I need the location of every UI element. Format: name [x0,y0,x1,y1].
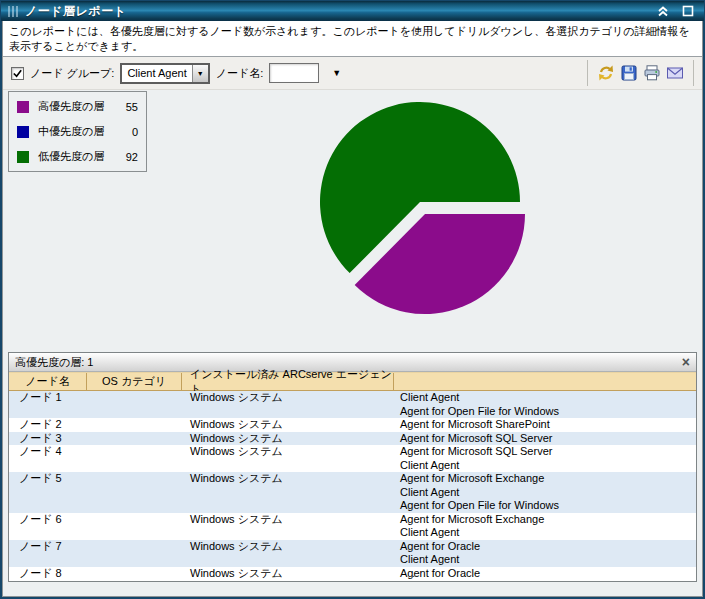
node-name-label: ノード名: [216,66,264,81]
legend-item[interactable]: 低優先度の層92 [17,149,138,164]
report-actions-group [587,60,694,86]
column-header-agents[interactable]: インストール済み ARCserve エージェント [182,373,394,390]
grip-icon [8,6,18,17]
legend-value: 92 [120,151,138,163]
agents-cell: Agent for Microsoft SQL Server Client Ag… [394,445,696,472]
legend-label: 中優先度の層 [38,124,111,139]
table-row[interactable]: ノード 8Windows システムAgent for Oracle [9,567,696,581]
truncation-dots: .. [412,567,418,579]
os-category-cell [87,513,182,540]
table-row[interactable]: ノード 7Windows システムAgent for Oracle Client… [9,540,696,567]
node-name-cell: ノード 1 [9,391,87,418]
table-row[interactable]: ノード 6Windows システムAgent for Microsoft Exc… [9,513,696,540]
report-description: このレポートには、各優先度層に対するノード数が示されます。このレポートを使用して… [3,21,702,57]
table-row[interactable]: ノード 5Windows システムAgent for Microsoft Exc… [9,472,696,513]
node-group-label: ノード グループ: [30,66,114,81]
legend-label: 高優先度の層 [38,99,111,114]
maximize-icon [682,5,694,17]
os-category-cell [87,432,182,446]
node-name-cell: ノード 7 [9,540,87,567]
table-row[interactable]: ノード 4Windows システムAgent for Microsoft SQL… [9,445,696,472]
os-category-cell [87,418,182,432]
legend-value: 55 [120,101,138,113]
node-name-cell: ノード 2 [9,418,87,432]
print-button[interactable] [642,63,662,83]
os-category-cell [87,567,182,581]
drilldown-panel: 高優先度の層: 1 × ノード名 OS カテゴリ インストール済み ARCser… [8,352,697,582]
title-bar: ノード層レポート [1,1,704,21]
node-name-cell: ノード 3 [9,432,87,446]
agents-cell: Agent for Microsoft SharePoint [394,418,696,432]
os-system-cell: Windows システム [182,567,394,581]
agents-cell: Client Agent Agent for Open File for Win… [394,391,696,418]
os-category-cell [87,445,182,472]
legend-item[interactable]: 中優先度の層0 [17,124,138,139]
page-title: ノード層レポート [25,3,647,20]
close-icon[interactable]: × [682,355,690,369]
node-name-input[interactable] [269,63,319,83]
os-category-cell [87,540,182,567]
node-group-select[interactable]: Client Agent ▼ [120,63,209,84]
legend-item[interactable]: 高優先度の層55 [17,99,138,114]
os-system-cell: Windows システム [182,445,394,472]
column-header-node-name[interactable]: ノード名 [9,373,87,390]
print-icon [643,64,661,82]
chart-legend: 高優先度の層55中優先度の層0低優先度の層92 [8,91,147,172]
os-system-cell: Windows システム [182,540,394,567]
node-name-dropdown-arrow-icon[interactable]: ▼ [332,68,341,78]
email-button[interactable] [665,63,685,83]
legend-swatch [17,101,29,113]
node-name-cell: ノード 8 [9,567,87,581]
email-icon [666,64,684,82]
collapse-icon [656,5,670,18]
os-system-cell: Windows システム [182,513,394,540]
node-name-cell: ノード 6 [9,513,87,540]
legend-value: 0 [120,126,138,138]
filter-toolbar: ノード グループ: Client Agent ▼ ノード名: ▼ [3,57,702,90]
table-row[interactable]: ノード 3Windows システムAgent for Microsoft SQL… [9,432,696,446]
agents-cell: Agent for Microsoft Exchange Client Agen… [394,513,696,540]
node-group-checkbox[interactable] [11,67,24,80]
table-row[interactable]: ノード 1Windows システムClient Agent Agent for … [9,391,696,418]
collapse-button[interactable] [654,3,672,19]
legend-swatch [17,126,29,138]
os-system-cell: Windows システム [182,418,394,432]
node-name-cell: ノード 4 [9,445,87,472]
table-row[interactable]: ノード 2Windows システムAgent for Microsoft Sha… [9,418,696,432]
chevron-down-icon[interactable]: ▼ [192,65,208,82]
table-column-header: ノード名 OS カテゴリ インストール済み ARCserve エージェント [9,372,696,391]
save-button[interactable] [619,63,639,83]
node-group-selected-value: Client Agent [122,65,191,82]
save-icon [620,64,638,82]
os-system-cell: Windows システム [182,472,394,513]
os-system-cell: Windows システム [182,391,394,418]
os-system-cell: Windows システム [182,432,394,446]
os-category-cell [87,472,182,513]
node-name-cell: ノード 5 [9,472,87,513]
table-body: ノード 1Windows システムClient Agent Agent for … [9,391,696,581]
agents-cell: Agent for Oracle Client Agent [394,540,696,567]
refresh-icon [597,64,615,82]
legend-label: 低優先度の層 [38,149,111,164]
column-header-os-category[interactable]: OS カテゴリ [87,373,182,390]
os-category-cell [87,391,182,418]
agents-cell: Agent for Oracle [394,567,696,581]
legend-swatch [17,151,29,163]
maximize-button[interactable] [679,3,697,19]
agents-cell: Agent for Microsoft Exchange Client Agen… [394,472,696,513]
agents-cell: Agent for Microsoft SQL Server [394,432,696,446]
report-window: ノード層レポート このレポートには、各優先度層に対するノード数が示されます。この… [0,0,705,599]
check-icon [12,68,23,79]
refresh-button[interactable] [596,63,616,83]
column-header-empty [394,373,696,390]
